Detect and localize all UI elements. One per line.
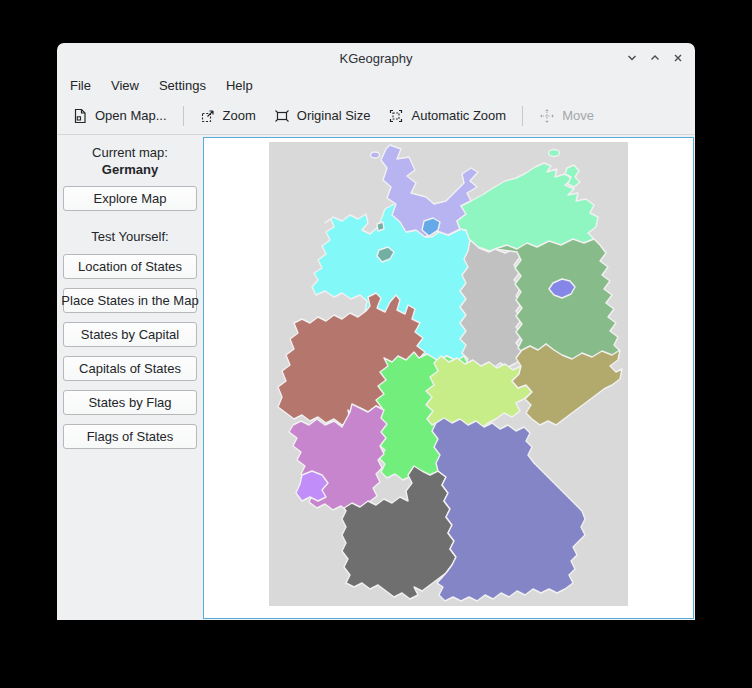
toolbar-separator <box>183 106 184 126</box>
automatic-zoom-icon <box>388 108 404 124</box>
sidebar: Current map: Germany Explore Map Test Yo… <box>57 135 203 620</box>
state-sh-island[interactable] <box>371 152 380 158</box>
titlebar[interactable]: KGeography <box>57 43 695 73</box>
move-label: Move <box>562 108 594 123</box>
flags-of-states-button[interactable]: Flags of States <box>63 424 197 449</box>
toolbar-separator <box>522 106 523 126</box>
original-size-icon <box>274 108 290 124</box>
map-viewport[interactable] <box>203 137 694 619</box>
open-map-label: Open Map... <box>95 108 167 123</box>
state-bremerhaven[interactable] <box>377 222 384 231</box>
menu-help[interactable]: Help <box>216 75 263 96</box>
chevron-down-icon <box>626 52 638 64</box>
toolbar: Open Map... Zoom Original Size Automatic… <box>57 97 695 135</box>
move-icon <box>539 108 555 124</box>
zoom-icon <box>200 108 216 124</box>
states-by-flag-button[interactable]: States by Flag <box>63 390 197 415</box>
move-button: Move <box>530 102 603 130</box>
original-size-label: Original Size <box>297 108 371 123</box>
state-mv-island-1[interactable] <box>549 150 560 157</box>
open-map-icon <box>72 108 88 124</box>
automatic-zoom-button[interactable]: Automatic Zoom <box>379 102 515 130</box>
menu-view[interactable]: View <box>101 75 149 96</box>
chevron-up-icon <box>649 52 661 64</box>
menubar: File View Settings Help <box>57 73 695 97</box>
quiz-button-list: Location of States Place States in the M… <box>63 245 197 449</box>
menu-settings[interactable]: Settings <box>149 75 216 96</box>
automatic-zoom-label: Automatic Zoom <box>411 108 506 123</box>
germany-map <box>269 142 628 606</box>
location-of-states-button[interactable]: Location of States <box>63 254 197 279</box>
minimize-button[interactable] <box>625 51 639 65</box>
kgeography-window: KGeography File View Settings Help <box>57 43 695 620</box>
close-button[interactable] <box>671 51 685 65</box>
close-icon <box>672 52 684 64</box>
test-yourself-label: Test Yourself: <box>91 229 168 245</box>
original-size-button[interactable]: Original Size <box>265 102 380 130</box>
zoom-button[interactable]: Zoom <box>191 102 265 130</box>
current-map-label: Current map: <box>92 145 168 161</box>
window-title: KGeography <box>57 51 695 66</box>
explore-map-button[interactable]: Explore Map <box>63 186 197 211</box>
current-map-value: Germany <box>102 161 158 178</box>
open-map-button[interactable]: Open Map... <box>63 102 176 130</box>
menu-file[interactable]: File <box>60 75 101 96</box>
zoom-label: Zoom <box>223 108 256 123</box>
place-states-button[interactable]: Place States in the Map <box>63 288 197 313</box>
capitals-of-states-button[interactable]: Capitals of States <box>63 356 197 381</box>
maximize-button[interactable] <box>648 51 662 65</box>
states-by-capital-button[interactable]: States by Capital <box>63 322 197 347</box>
